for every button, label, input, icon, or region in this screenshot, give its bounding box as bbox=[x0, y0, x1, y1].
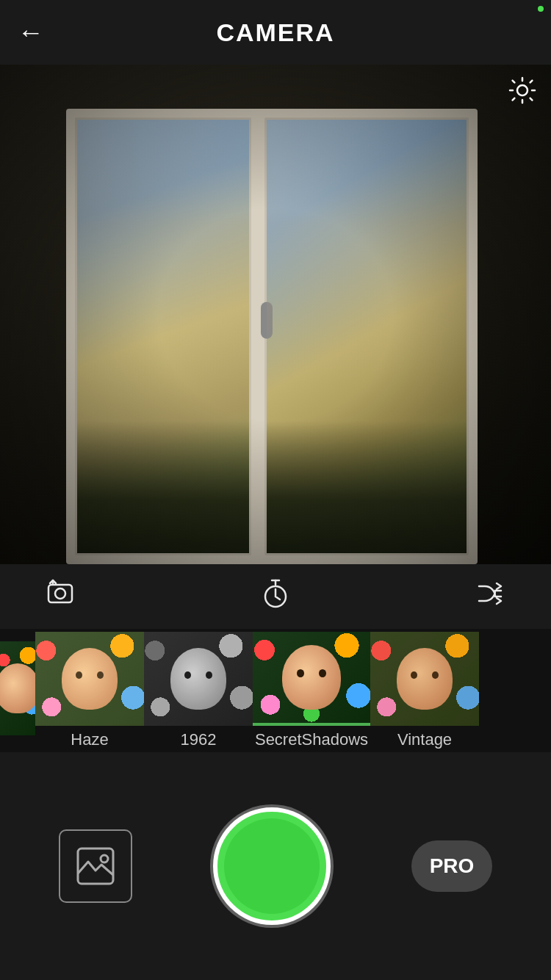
window-pane-left bbox=[75, 118, 251, 555]
window-handle bbox=[261, 302, 273, 339]
filter-item-1962[interactable]: 1962 bbox=[144, 632, 253, 749]
header: ← CAMERA bbox=[0, 0, 551, 65]
tree-left bbox=[77, 421, 249, 553]
sky-overlay-right bbox=[267, 120, 467, 380]
window-frame bbox=[66, 109, 478, 564]
pro-label: PRO bbox=[430, 854, 475, 878]
filter-label-secretshadows: SecretShadows bbox=[255, 730, 368, 749]
svg-point-1 bbox=[55, 588, 65, 599]
bottom-bar: PRO bbox=[0, 752, 551, 980]
svg-rect-0 bbox=[48, 585, 72, 602]
flip-camera-button[interactable] bbox=[44, 577, 76, 616]
filter-label-1962: 1962 bbox=[181, 730, 217, 749]
camera-viewfinder[interactable] bbox=[0, 65, 551, 564]
back-button[interactable]: ← bbox=[18, 17, 44, 48]
status-indicator bbox=[538, 6, 544, 12]
filters-strip: Haze 1962 SecretShadows bbox=[0, 629, 551, 752]
camera-controls-bar bbox=[0, 564, 551, 629]
timer-button[interactable] bbox=[259, 577, 292, 616]
shuffle-button[interactable] bbox=[475, 577, 507, 616]
filter-label-vintage: Vintage bbox=[397, 730, 452, 749]
window-pane-right bbox=[264, 118, 469, 555]
pro-button[interactable]: PRO bbox=[411, 840, 492, 892]
camera-scene bbox=[0, 65, 551, 564]
filter-item-secretshadows[interactable]: SecretShadows bbox=[253, 632, 370, 749]
back-arrow-icon: ← bbox=[18, 17, 44, 48]
shutter-inner bbox=[224, 818, 320, 914]
page-title: CAMERA bbox=[216, 18, 334, 47]
filter-item-vintage[interactable]: Vintage bbox=[370, 632, 479, 749]
settings-button[interactable] bbox=[508, 76, 536, 111]
filter-item-first[interactable] bbox=[0, 641, 35, 740]
filter-item-haze[interactable]: Haze bbox=[35, 632, 144, 749]
tree-right bbox=[267, 421, 467, 553]
sky-overlay-left bbox=[77, 120, 249, 380]
gallery-button[interactable] bbox=[59, 829, 132, 903]
filter-label-haze: Haze bbox=[71, 730, 108, 749]
svg-point-4 bbox=[101, 855, 108, 862]
shutter-button[interactable] bbox=[213, 807, 331, 925]
